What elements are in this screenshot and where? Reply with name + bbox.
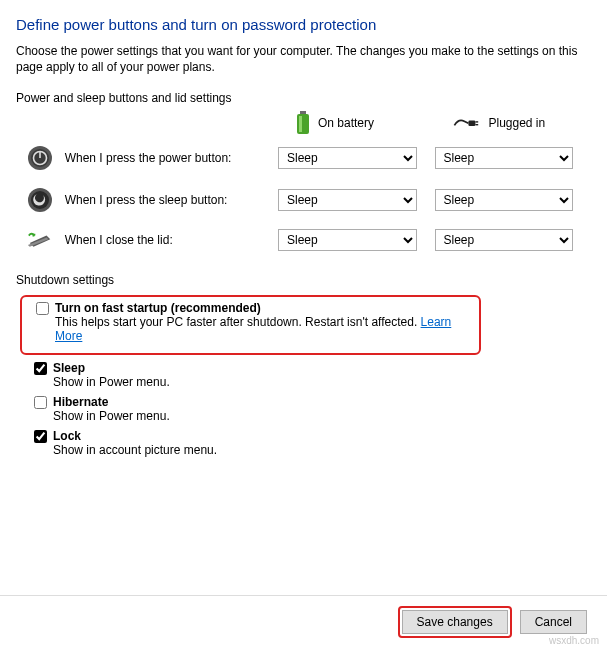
row-close-lid-label: When I close the lid:: [65, 233, 278, 247]
battery-icon: [296, 111, 310, 135]
cancel-button[interactable]: Cancel: [520, 610, 587, 634]
laptop-lid-icon: [26, 230, 54, 251]
hibernate-checkbox[interactable]: [34, 396, 47, 409]
sleep-checkbox[interactable]: [34, 362, 47, 375]
row-sleep-button: When I press the sleep button: Sleep Sle…: [16, 187, 591, 213]
shutdown-settings-heading: Shutdown settings: [16, 273, 591, 287]
column-on-battery-label: On battery: [318, 116, 374, 130]
lock-desc: Show in account picture menu.: [53, 443, 217, 457]
fast-startup-desc: This helps start your PC faster after sh…: [55, 315, 471, 343]
sleep-button-icon: [27, 187, 53, 213]
column-plugged-in: Plugged in: [453, 116, 592, 130]
close-lid-battery-select[interactable]: Sleep: [278, 229, 417, 251]
lock-label: Lock: [53, 429, 217, 443]
column-headers: On battery Plugged in: [16, 111, 591, 135]
svg-rect-5: [475, 124, 478, 125]
column-plugged-in-label: Plugged in: [489, 116, 546, 130]
svg-rect-0: [300, 111, 306, 114]
section-power-sleep-label: Power and sleep buttons and lid settings: [16, 91, 591, 105]
fast-startup-highlight: Turn on fast startup (recommended) This …: [20, 295, 481, 355]
row-close-lid: When I close the lid: Sleep Sleep: [16, 229, 591, 251]
svg-rect-3: [468, 121, 475, 127]
plug-icon: [453, 117, 481, 130]
page-title: Define power buttons and turn on passwor…: [16, 16, 591, 33]
sleep-label: Sleep: [53, 361, 170, 375]
power-button-plugged-select[interactable]: Sleep: [435, 147, 574, 169]
save-button-highlight: Save changes: [398, 606, 512, 638]
power-button-battery-select[interactable]: Sleep: [278, 147, 417, 169]
sleep-button-plugged-select[interactable]: Sleep: [435, 189, 574, 211]
hibernate-desc: Show in Power menu.: [53, 409, 170, 423]
footer-buttons: Save changes Cancel: [16, 596, 591, 648]
hibernate-label: Hibernate: [53, 395, 170, 409]
sleep-desc: Show in Power menu.: [53, 375, 170, 389]
svg-rect-1: [297, 114, 309, 134]
row-sleep-button-label: When I press the sleep button:: [65, 193, 278, 207]
row-power-button: When I press the power button: Sleep Sle…: [16, 145, 591, 171]
svg-rect-2: [299, 116, 302, 132]
column-on-battery: On battery: [296, 111, 435, 135]
lock-checkbox[interactable]: [34, 430, 47, 443]
sleep-button-battery-select[interactable]: Sleep: [278, 189, 417, 211]
page-intro: Choose the power settings that you want …: [16, 43, 591, 75]
row-power-button-label: When I press the power button:: [65, 151, 278, 165]
svg-rect-4: [475, 121, 478, 122]
power-button-icon: [27, 145, 53, 171]
save-button[interactable]: Save changes: [402, 610, 508, 634]
fast-startup-checkbox[interactable]: [36, 302, 49, 315]
fast-startup-label: Turn on fast startup (recommended): [55, 301, 471, 315]
close-lid-plugged-select[interactable]: Sleep: [435, 229, 574, 251]
